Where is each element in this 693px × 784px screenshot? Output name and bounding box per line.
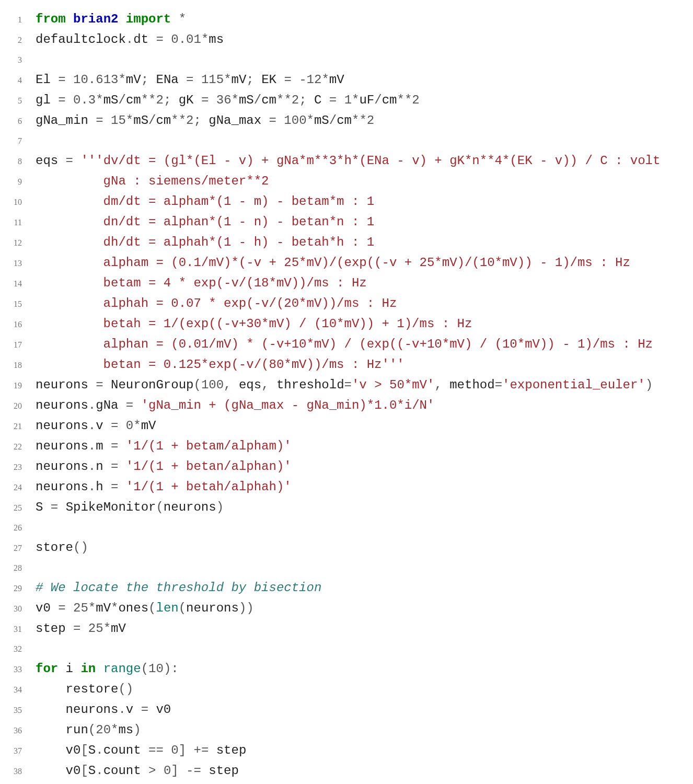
- token: (): [118, 682, 133, 696]
- token: =: [269, 113, 284, 128]
- token: S: [88, 743, 96, 757]
- code-line: 2defaultclock.dt = 0.01*ms: [0, 30, 683, 50]
- token: .: [118, 702, 125, 717]
- token: =: [156, 32, 171, 47]
- token: =: [111, 439, 126, 453]
- token: neurons: [36, 459, 88, 474]
- token: **: [141, 93, 156, 107]
- token: cm: [156, 113, 171, 128]
- line-number: 25: [0, 498, 22, 518]
- code-content: step /= 2.0: [36, 781, 683, 784]
- line-number: 20: [0, 396, 22, 416]
- token: ones: [118, 601, 148, 615]
- token: .: [126, 32, 133, 47]
- code-content: eqs = '''dv/dt = (gl*(El - v) + gNa*m**3…: [36, 151, 683, 171]
- code-listing: 1from brian2 import *2defaultclock.dt = …: [0, 0, 693, 784]
- token: 100: [284, 113, 306, 128]
- code-line: 18 betan = 0.125*exp(-v/(80*mV))/ms : Hz…: [0, 355, 683, 375]
- code-line: 36 run(20*ms): [0, 720, 683, 741]
- code-content: neurons.v = 0*mV: [36, 416, 683, 436]
- token: ): [216, 500, 224, 514]
- token: h: [96, 480, 111, 494]
- token: dm/dt = alpham*(1 - m) - betam*m : 1: [36, 194, 374, 209]
- token: method: [449, 378, 494, 392]
- token: betam = 4 * exp(-v/(18*mV))/ms : Hz: [36, 276, 367, 290]
- code-line: 26: [0, 518, 683, 538]
- token: =: [141, 702, 156, 717]
- token: (: [88, 723, 96, 737]
- code-line: 27store(): [0, 538, 683, 558]
- code-content: betam = 4 * exp(-v/(18*mV))/ms : Hz: [36, 273, 683, 293]
- code-line: 32: [0, 639, 683, 659]
- line-number: 34: [0, 680, 22, 700]
- token: (: [156, 500, 163, 514]
- code-line: 23neurons.n = '1/(1 + betan/alphan)': [0, 457, 683, 477]
- token: mV: [126, 73, 141, 87]
- token: .: [88, 480, 96, 494]
- code-content: run(20*ms): [36, 720, 683, 740]
- token: /: [374, 93, 382, 107]
- token: C: [314, 93, 329, 107]
- token: threshold: [276, 378, 344, 392]
- code-line: 4El = 10.613*mV; ENa = 115*mV; EK = -12*…: [0, 70, 683, 90]
- token: =: [73, 621, 88, 636]
- token: 2: [367, 113, 374, 128]
- code-line: 28: [0, 558, 683, 578]
- line-number: 19: [0, 376, 22, 396]
- token: =: [96, 113, 111, 128]
- code-content: betah = 1/(exp((-v+30*mV) / (10*mV)) + 1…: [36, 314, 683, 334]
- code-content: for i in range(10):: [36, 659, 683, 679]
- token: =: [344, 378, 352, 392]
- line-number: 6: [0, 111, 22, 131]
- token: *: [232, 93, 239, 107]
- token: mS: [239, 93, 254, 107]
- code-content: alphah = 0.07 * exp(-v/(20*mV))/ms : Hz: [36, 294, 683, 314]
- token: mS: [314, 113, 329, 128]
- token: 0: [171, 743, 178, 757]
- line-number: 7: [0, 131, 22, 151]
- token: 12: [307, 73, 322, 87]
- token: count: [103, 764, 148, 778]
- token: ;: [299, 93, 314, 107]
- token: =: [66, 154, 81, 168]
- line-number: 1: [0, 10, 22, 30]
- token: (: [141, 662, 148, 676]
- token: eqs: [239, 378, 261, 392]
- token: ;: [164, 93, 179, 107]
- code-content: gNa_min = 15*mS/cm**2; gNa_max = 100*mS/…: [36, 111, 683, 131]
- token: **: [397, 93, 412, 107]
- token: n: [96, 459, 111, 474]
- token: mS: [103, 93, 119, 107]
- token: alphan = (0.01/mV) * (-v+10*mV) / (exp((…: [36, 337, 653, 351]
- token: /: [148, 113, 156, 128]
- token: cm: [382, 93, 397, 107]
- code-line: 25S = SpikeMonitor(neurons): [0, 498, 683, 518]
- token: ENa: [156, 73, 186, 87]
- token: alpham = (0.1/mV)*(-v + 25*mV)/(exp((-v …: [36, 256, 630, 270]
- token: 115: [201, 73, 224, 87]
- line-number: 8: [0, 152, 22, 171]
- token: *: [171, 12, 186, 26]
- token: =: [111, 480, 126, 494]
- code-content: alpham = (0.1/mV)*(-v + 25*mV)/(exp((-v …: [36, 253, 683, 273]
- token: ,: [434, 378, 449, 392]
- line-number: 36: [0, 721, 22, 741]
- token: '1/(1 + betah/alphah)': [126, 480, 292, 494]
- code-content: neurons.h = '1/(1 + betah/alphah)': [36, 477, 683, 497]
- token: neurons: [36, 378, 96, 392]
- token: ==: [148, 743, 171, 757]
- token: brian2: [73, 12, 118, 26]
- line-number: 5: [0, 91, 22, 111]
- token: *: [111, 723, 118, 737]
- code-content: from brian2 import *: [36, 9, 683, 29]
- token: .: [88, 439, 96, 453]
- token: mV: [232, 73, 247, 87]
- code-line: 5gl = 0.3*mS/cm**2; gK = 36*mS/cm**2; C …: [0, 90, 683, 111]
- token: neurons: [36, 480, 88, 494]
- line-number: 14: [0, 274, 22, 294]
- token: *: [103, 621, 111, 636]
- token: =: [58, 73, 73, 87]
- line-number: 39: [0, 782, 22, 784]
- token: gNa: [96, 398, 126, 412]
- token: 25: [88, 621, 103, 636]
